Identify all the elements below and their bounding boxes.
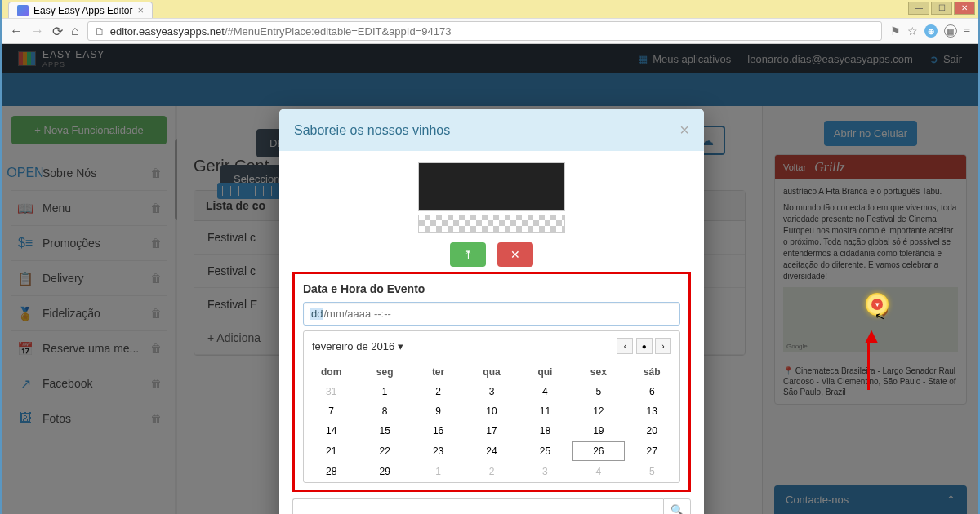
tab-title: Easy Easy Apps Editor	[33, 5, 132, 16]
browser-tabstrip: Easy Easy Apps Editor ×	[2, 0, 978, 18]
calendar-today-button[interactable]: ●	[636, 338, 653, 354]
reload-button[interactable]: ⟳	[52, 24, 63, 39]
calendar-day[interactable]: 21	[305, 441, 357, 461]
calendar-day[interactable]: 7	[305, 402, 357, 420]
calendar-grid: domsegterquaquisexsáb 311234567891011121…	[304, 361, 679, 482]
calendar-day[interactable]: 3	[519, 463, 571, 481]
calendar-day[interactable]: 15	[359, 422, 410, 440]
back-button[interactable]: ←	[10, 24, 23, 38]
calendar-day[interactable]: 27	[626, 441, 678, 461]
calendar-day[interactable]: 17	[466, 422, 517, 440]
calendar-day[interactable]: 19	[572, 422, 624, 440]
calendar-day[interactable]: 29	[359, 463, 410, 481]
modal-title: Saboreie os nossos vinhos	[294, 123, 450, 138]
calendar-day[interactable]: 4	[519, 383, 571, 401]
calendar-day[interactable]: 22	[359, 441, 410, 461]
calendar-day[interactable]: 6	[626, 383, 678, 401]
calendar-next-button[interactable]: ›	[655, 338, 671, 354]
delete-image-button[interactable]: ✕	[497, 242, 533, 267]
calendar-day[interactable]: 1	[359, 383, 410, 401]
forward-button: →	[31, 24, 44, 38]
favicon-icon	[17, 5, 29, 16]
calendar-day[interactable]: 13	[626, 402, 678, 420]
calendar-day[interactable]: 24	[466, 441, 517, 461]
location-input[interactable]	[292, 498, 663, 514]
location-search: 🔍	[292, 498, 691, 514]
tab-close-icon[interactable]: ×	[137, 4, 144, 16]
home-button[interactable]: ⌂	[71, 24, 79, 38]
calendar-day[interactable]: 11	[519, 402, 571, 420]
calendar-day[interactable]: 14	[305, 422, 357, 440]
calendar-dow: qui	[519, 363, 571, 381]
calendar-day[interactable]: 31	[305, 383, 357, 401]
calendar-day[interactable]: 9	[412, 402, 464, 420]
calendar-day[interactable]: 5	[572, 383, 624, 401]
upload-image-button[interactable]: ⤒	[450, 242, 486, 267]
ext-icon-1[interactable]: ⊕	[924, 24, 938, 38]
calendar-dow: sex	[572, 363, 624, 381]
calendar-day[interactable]: 10	[466, 402, 517, 420]
calendar-day[interactable]: 25	[519, 441, 571, 461]
extension-icons: ⚑ ☆ ⊕ ▦ ≡	[890, 24, 970, 38]
calendar-day[interactable]: 16	[412, 422, 464, 440]
calendar-day[interactable]: 28	[305, 463, 357, 481]
calendar-dow: seg	[359, 363, 410, 381]
calendar-day[interactable]: 20	[626, 422, 678, 440]
url-host: editor.easyeasyapps.net	[110, 25, 225, 38]
datetime-input[interactable]: dd/mm/aaaa --:--	[303, 302, 680, 326]
browser-toolbar: ← → ⟳ ⌂ 🗋 editor.easyeasyapps.net/#MenuE…	[2, 18, 978, 44]
calendar-day[interactable]: 1	[412, 463, 464, 481]
page-icon: 🗋	[95, 25, 105, 38]
calendar-day[interactable]: 26	[572, 441, 624, 461]
calendar-day[interactable]: 12	[572, 402, 624, 420]
calendar-month-select[interactable]: fevereiro de 2016 ▾	[312, 340, 403, 352]
calendar-dow: sáb	[626, 363, 678, 381]
image-transparency-bg	[418, 215, 565, 233]
calendar-day[interactable]: 2	[466, 463, 517, 481]
calendar-day[interactable]: 8	[359, 402, 410, 420]
bookmark-hint-icon[interactable]: ⚑	[890, 24, 901, 38]
calendar-popup: fevereiro de 2016 ▾ ‹ ● › domsegterquaqu…	[303, 330, 680, 483]
star-icon[interactable]: ☆	[907, 24, 918, 38]
calendar-day[interactable]: 2	[412, 383, 464, 401]
calendar-day[interactable]: 5	[626, 463, 678, 481]
calendar-day[interactable]: 3	[466, 383, 517, 401]
location-search-button[interactable]: 🔍	[663, 498, 691, 514]
calendar-dow: qua	[466, 363, 517, 381]
menu-icon[interactable]: ≡	[964, 24, 970, 38]
image-preview	[418, 162, 565, 211]
annotation-arrow-icon: ▲	[861, 323, 882, 348]
browser-tab[interactable]: Easy Easy Apps Editor ×	[8, 2, 153, 18]
calendar-day[interactable]: 23	[412, 441, 464, 461]
caret-down-icon: ▾	[398, 340, 403, 352]
chevron-down-icon: ▾	[871, 299, 883, 310]
date-dd-selected: dd	[310, 308, 323, 320]
calendar-dow: ter	[412, 363, 464, 381]
modal-close-icon[interactable]: ×	[679, 121, 689, 140]
date-rest: /mm/aaaa --:--	[323, 308, 390, 320]
app-root: EASY EASY APPS ▦Meus aplicativos leonard…	[2, 44, 978, 514]
window-controls[interactable]: —☐✕	[908, 2, 975, 15]
calendar-day[interactable]: 18	[519, 422, 571, 440]
calendar-prev-button[interactable]: ‹	[617, 338, 633, 354]
calendar-day[interactable]: 4	[572, 463, 624, 481]
address-bar[interactable]: 🗋 editor.easyeasyapps.net/#MenuEntryPlac…	[87, 21, 882, 41]
datetime-field-highlight: Data e Hora do Evento dd/mm/aaaa --:-- ▲…	[292, 272, 691, 492]
modal: Saboreie os nossos vinhos × ⤒ ✕ Data e H…	[279, 109, 704, 514]
calendar-dow: dom	[305, 363, 357, 381]
ext-icon-2[interactable]: ▦	[944, 24, 957, 38]
modal-header: Saboreie os nossos vinhos ×	[279, 109, 704, 151]
datetime-label: Data e Hora do Evento	[303, 282, 680, 295]
url-path: /#MenuEntryPlace:editable=EDIT&appId=941…	[225, 25, 452, 38]
